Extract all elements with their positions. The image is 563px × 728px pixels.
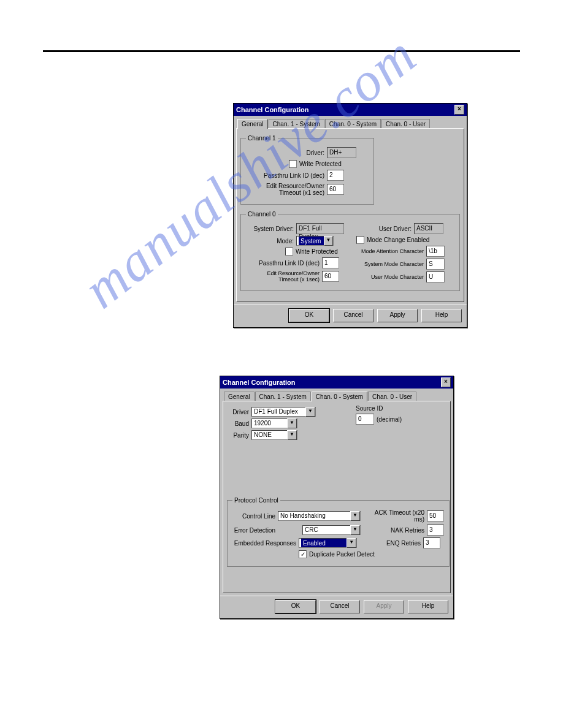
page-horizontal-rule: [43, 50, 520, 52]
channel1-legend: Channel 1: [246, 135, 278, 142]
titlebar: Channel Configuration ×: [220, 376, 453, 389]
attention-field[interactable]: \1b: [426, 246, 445, 257]
error-detection-value: CRC: [305, 526, 318, 534]
protocol-legend: Protocol Control: [232, 497, 280, 504]
tab-panel-general: Channel 1 Driver: DH+ Write Protected Pa…: [236, 128, 464, 302]
chevron-down-icon: ▼: [350, 525, 360, 535]
baud-select[interactable]: 19200 ▼: [251, 419, 297, 428]
close-icon[interactable]: ×: [454, 105, 464, 115]
embedded-label: Embedded Responses: [232, 540, 296, 547]
channel0-group: Channel 0 System Driver: DF1 Full Duplex…: [240, 211, 460, 291]
timeout-field-0[interactable]: 60: [322, 271, 339, 282]
apply-button[interactable]: Apply: [364, 600, 404, 613]
driver-field: DH+: [327, 147, 356, 158]
chevron-down-icon: ▼: [347, 538, 356, 548]
write-protected-label-0: Write Protected: [296, 248, 338, 255]
mode-change-label: Mode Change Enabled: [367, 237, 429, 243]
ack-timeout-label: ACK Timeout (x20 ms): [363, 509, 424, 523]
ack-timeout-field[interactable]: 50: [427, 510, 444, 521]
timeout-label: Edit Resource/Owner Timeout (x1 sec): [246, 183, 324, 196]
sysmode-field[interactable]: S: [426, 259, 445, 270]
error-detection-select[interactable]: CRC ▼: [302, 525, 361, 535]
tab-general[interactable]: General: [237, 119, 268, 129]
driver-select[interactable]: DF1 Full Duplex ▼: [251, 407, 316, 417]
tab-chan1-system[interactable]: Chan. 1 - System: [255, 392, 311, 401]
duplicate-packet-checkbox[interactable]: ✓: [299, 550, 307, 558]
tab-panel-chan0-system: Driver DF1 Full Duplex ▼ Baud 19200 ▼ Pa…: [223, 401, 451, 593]
help-button[interactable]: Help: [421, 309, 462, 322]
channel-config-dialog-general: Channel Configuration × General Chan. 1 …: [233, 103, 467, 328]
close-icon[interactable]: ×: [441, 377, 451, 387]
protocol-control-group: Protocol Control Control Line No Handsha…: [227, 497, 450, 567]
channel0-legend: Channel 0: [246, 211, 278, 218]
system-driver-label: System Driver:: [246, 226, 294, 232]
dialog-title: Channel Configuration: [236, 106, 309, 113]
chevron-down-icon: ▼: [350, 511, 360, 521]
tab-chan0-user[interactable]: Chan. 0 - User: [381, 119, 430, 129]
parity-label: Parity: [227, 432, 249, 439]
sysmode-label: System Mode Character: [356, 261, 424, 267]
mode-value: System: [299, 237, 324, 245]
passthru-field-0[interactable]: 1: [322, 257, 339, 268]
write-protected-checkbox-0[interactable]: [285, 248, 293, 256]
control-line-label: Control Line: [232, 513, 275, 520]
error-detection-label: Error Detection: [232, 527, 275, 534]
timeout-label-0: Edit Resource/Owner Timeout (x 1sec): [246, 270, 320, 282]
chevron-down-icon: ▼: [287, 430, 297, 440]
usermode-label: User Mode Character: [356, 274, 424, 280]
passthru-label-0: Passthru Link ID (dec): [246, 260, 320, 267]
tab-row: General Chan. 1 - System Chan. 0 - Syste…: [234, 116, 467, 128]
write-protected-checkbox[interactable]: [289, 160, 297, 168]
dialog-title: Channel Configuration: [223, 379, 296, 386]
mode-change-checkbox[interactable]: [356, 236, 364, 244]
parity-value: NONE: [254, 431, 272, 439]
ok-button[interactable]: OK: [289, 309, 329, 322]
cancel-button[interactable]: Cancel: [333, 309, 373, 322]
mode-select[interactable]: System ▼: [296, 236, 334, 246]
passthru-label: Passthru Link ID (dec): [246, 172, 324, 179]
control-line-value: No Handshaking: [280, 512, 326, 520]
timeout-field[interactable]: 60: [327, 184, 344, 195]
enq-field[interactable]: 3: [423, 537, 440, 548]
channel-config-dialog-chan0-system: Channel Configuration × General Chan. 1 …: [220, 376, 454, 619]
button-row: OK Cancel Apply Help: [234, 305, 467, 327]
ok-button[interactable]: OK: [275, 600, 316, 613]
channel1-group: Channel 1 Driver: DH+ Write Protected Pa…: [240, 135, 374, 205]
driver-value: DF1 Full Duplex: [254, 408, 298, 416]
baud-label: Baud: [227, 420, 249, 427]
parity-select[interactable]: NONE ▼: [251, 430, 297, 440]
chevron-down-icon: ▼: [324, 236, 333, 246]
attention-label: Mode Attention Character: [356, 248, 424, 254]
tab-chan0-system[interactable]: Chan. 0 - System: [325, 119, 381, 129]
write-protected-label: Write Protected: [299, 161, 342, 167]
embedded-select[interactable]: Enabled ▼: [299, 538, 357, 548]
passthru-field[interactable]: 2: [327, 170, 344, 181]
button-row: OK Cancel Apply Help: [220, 596, 453, 618]
user-driver-label: User Driver:: [356, 226, 412, 232]
source-id-unit: (decimal): [377, 416, 402, 423]
chevron-down-icon: ▼: [305, 407, 315, 417]
source-id-label: Source ID: [356, 405, 446, 412]
tab-chan0-system[interactable]: Chan. 0 - System: [312, 392, 367, 401]
tab-chan1-system[interactable]: Chan. 1 - System: [269, 119, 324, 129]
driver-label: Driver: [227, 409, 249, 415]
usermode-field[interactable]: U: [426, 271, 445, 282]
tab-chan0-user[interactable]: Chan. 0 - User: [368, 392, 416, 401]
titlebar: Channel Configuration ×: [234, 104, 467, 116]
control-line-select[interactable]: No Handshaking ▼: [278, 511, 361, 521]
tab-general[interactable]: General: [224, 392, 255, 401]
help-button[interactable]: Help: [408, 600, 448, 613]
nak-label: NAK Retries: [363, 527, 424, 534]
baud-value: 19200: [254, 419, 271, 428]
source-id-field[interactable]: 0: [356, 414, 374, 425]
duplicate-packet-label: Duplicate Packet Detect: [309, 551, 375, 558]
apply-button[interactable]: Apply: [377, 309, 418, 322]
mode-label: Mode:: [246, 238, 294, 245]
embedded-value: Enabled: [301, 539, 347, 547]
chevron-down-icon: ▼: [287, 419, 297, 428]
system-driver-field: DF1 Full Duplex: [296, 223, 344, 234]
nak-field[interactable]: 3: [427, 525, 444, 536]
user-driver-field: ASCII: [414, 223, 443, 234]
tab-row: General Chan. 1 - System Chan. 0 - Syste…: [220, 389, 453, 401]
cancel-button[interactable]: Cancel: [320, 600, 360, 613]
